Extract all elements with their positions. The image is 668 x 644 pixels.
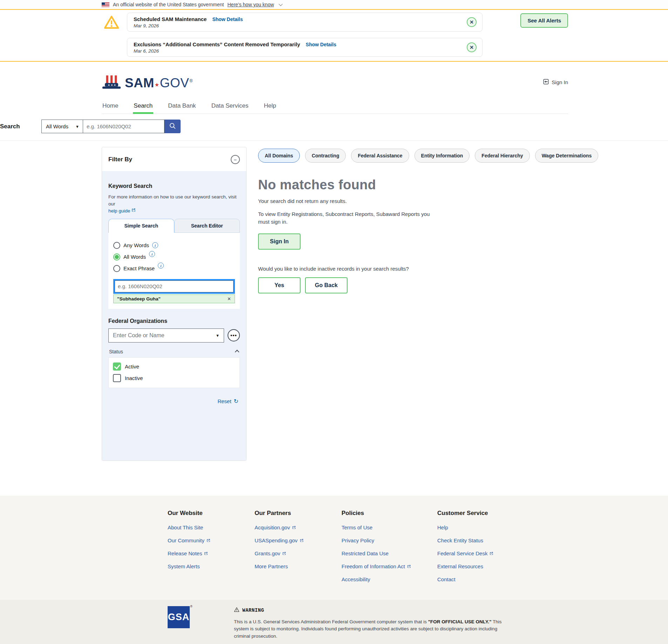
footer-link[interactable]: Acquisition.gov <box>255 524 321 530</box>
nav-item-data-bank[interactable]: Data Bank <box>167 99 196 114</box>
yes-button[interactable]: Yes <box>258 277 301 293</box>
footer-link[interactable]: USASpending.gov <box>255 537 321 543</box>
chevron-down-icon <box>279 2 283 6</box>
filter-panel: Filter By − Keyword Search For more info… <box>102 147 247 461</box>
see-all-alerts-button[interactable]: See All Alerts <box>520 13 568 28</box>
pill-all-domains[interactable]: All Domains <box>258 149 300 163</box>
nav-item-data-services[interactable]: Data Services <box>211 99 249 114</box>
tab-simple-search[interactable]: Simple Search <box>108 219 174 233</box>
results-area: All Domains Contracting Federal Assistan… <box>258 147 598 496</box>
keyword-input-focus-ring <box>113 279 235 294</box>
keyword-tabs: Simple Search Search Editor <box>108 219 240 233</box>
footer-link[interactable]: Freedom of Information Act <box>342 563 417 569</box>
gsa-logo: GSA ® <box>168 606 190 644</box>
footer-link[interactable]: External Resources <box>437 563 513 569</box>
external-link-icon <box>407 564 411 569</box>
chip-remove-icon[interactable]: ✕ <box>227 296 231 301</box>
footer-link[interactable]: Terms of Use <box>342 524 417 530</box>
reset-icon[interactable]: ↻ <box>234 398 238 405</box>
show-details-link[interactable]: Show Details <box>306 42 336 47</box>
warning-outline-triangle-icon <box>234 607 239 614</box>
checkbox-active[interactable] <box>113 362 121 371</box>
info-icon[interactable]: i <box>152 242 158 248</box>
pill-entity-information[interactable]: Entity Information <box>414 149 470 163</box>
footer-link[interactable]: Check Entity Status <box>437 537 513 543</box>
footer-column-our-partners: Our Partners Acquisition.gov USASpending… <box>255 510 321 589</box>
checkbox-inactive[interactable] <box>113 374 121 382</box>
sign-in-icon <box>543 79 549 86</box>
footer-link[interactable]: Federal Service Desk <box>437 550 513 556</box>
pill-federal-assistance[interactable]: Federal Assistance <box>351 149 409 163</box>
alert-close-button[interactable]: ✕ <box>467 42 477 52</box>
info-icon[interactable]: i <box>149 251 155 257</box>
search-input[interactable] <box>83 120 164 133</box>
collapse-filter-button[interactable]: − <box>231 155 240 164</box>
chip-label: "Subhadeep Guha" <box>117 296 161 301</box>
reset-link[interactable]: Reset <box>217 398 231 404</box>
chevron-up-icon[interactable] <box>235 350 239 354</box>
pill-wage-determinations[interactable]: Wage Determinations <box>535 149 599 163</box>
caret-down-icon: ▼ <box>216 333 220 338</box>
svg-text:★: ★ <box>108 83 110 87</box>
alert-item: Exclusions “Additional Comments” Content… <box>127 38 483 57</box>
footer-link[interactable]: Release Notes <box>168 550 234 556</box>
radio-exact-phrase[interactable] <box>113 265 120 272</box>
sign-in-link[interactable]: Sign In <box>543 79 568 86</box>
sam-logo[interactable]: ★ ★ ★ SAM★GOV® <box>102 70 568 96</box>
filter-by-title: Filter By <box>108 156 132 163</box>
tab-search-editor[interactable]: Search Editor <box>174 219 240 233</box>
footer-link[interactable]: Restricted Data Use <box>342 550 417 556</box>
nav-item-home[interactable]: Home <box>102 99 119 114</box>
external-link-icon <box>299 538 304 543</box>
keyword-search-heading: Keyword Search <box>108 183 240 189</box>
more-options-button[interactable]: ••• <box>228 329 240 341</box>
keyword-input[interactable] <box>115 280 234 292</box>
federal-orgs-select[interactable]: Enter Code or Name ▼ <box>108 328 224 343</box>
alert-date: Mar 6, 2026 <box>134 48 461 54</box>
logo-text: SAM★GOV® <box>125 76 193 90</box>
info-icon[interactable]: i <box>158 263 164 269</box>
search-mode-select[interactable]: All Words ▼ <box>41 120 83 133</box>
external-link-icon <box>131 208 136 213</box>
no-results-message: Your search did not return any results. <box>258 198 598 204</box>
caret-down-icon: ▼ <box>75 124 79 129</box>
pill-federal-hierarchy[interactable]: Federal Hierarchy <box>475 149 529 163</box>
status-box: Active Inactive <box>108 357 240 388</box>
show-details-link[interactable]: Show Details <box>212 16 243 22</box>
search-submit-button[interactable] <box>164 120 181 133</box>
footer-link[interactable]: Grants.gov <box>255 550 321 556</box>
sign-in-message: To view Entity Registrations, Subcontrac… <box>258 210 435 226</box>
pill-contracting[interactable]: Contracting <box>305 149 346 163</box>
radio-all-words[interactable] <box>113 253 120 260</box>
footer-link[interactable]: About This Site <box>168 524 234 530</box>
footer-link[interactable]: Accessibility <box>342 576 417 582</box>
status-label: Status <box>109 349 123 354</box>
how-you-know-link[interactable]: Here’s how you know <box>227 2 274 7</box>
nav-item-search[interactable]: Search <box>133 99 153 114</box>
warning-title: WARNING <box>234 607 511 614</box>
footer-link[interactable]: Our Community <box>168 537 234 543</box>
keyword-chip: "Subhadeep Guha" ✕ <box>113 294 235 303</box>
alert-item: Scheduled SAM Maintenance Show Details M… <box>127 13 483 32</box>
no-matches-heading: No matches found <box>258 177 598 192</box>
inactive-records-question: Would you like to include inactive recor… <box>258 266 598 272</box>
main-content: Filter By − Keyword Search For more info… <box>0 141 668 496</box>
external-link-icon <box>204 551 208 556</box>
footer-link[interactable]: System Alerts <box>168 563 234 569</box>
warning-paragraph-1: This is a U.S. General Services Administ… <box>234 618 511 640</box>
help-guide-link[interactable]: help guide <box>108 208 136 213</box>
footer-link[interactable]: Contact <box>437 576 513 582</box>
radio-any-words[interactable] <box>113 242 120 249</box>
footer-link[interactable]: Help <box>437 524 513 530</box>
nav-item-help[interactable]: Help <box>263 99 277 114</box>
go-back-button[interactable]: Go Back <box>305 277 348 293</box>
alert-close-button[interactable]: ✕ <box>467 17 477 27</box>
footer-link[interactable]: Privacy Policy <box>342 537 417 543</box>
footer-link[interactable]: More Partners <box>255 563 321 569</box>
logo-star-icon: ★ <box>155 82 160 88</box>
sign-in-button[interactable]: Sign In <box>258 233 301 250</box>
external-link-icon <box>282 551 286 556</box>
checkbox-label: Inactive <box>125 375 143 381</box>
search-label: Search <box>0 123 41 130</box>
external-link-icon <box>489 551 493 556</box>
